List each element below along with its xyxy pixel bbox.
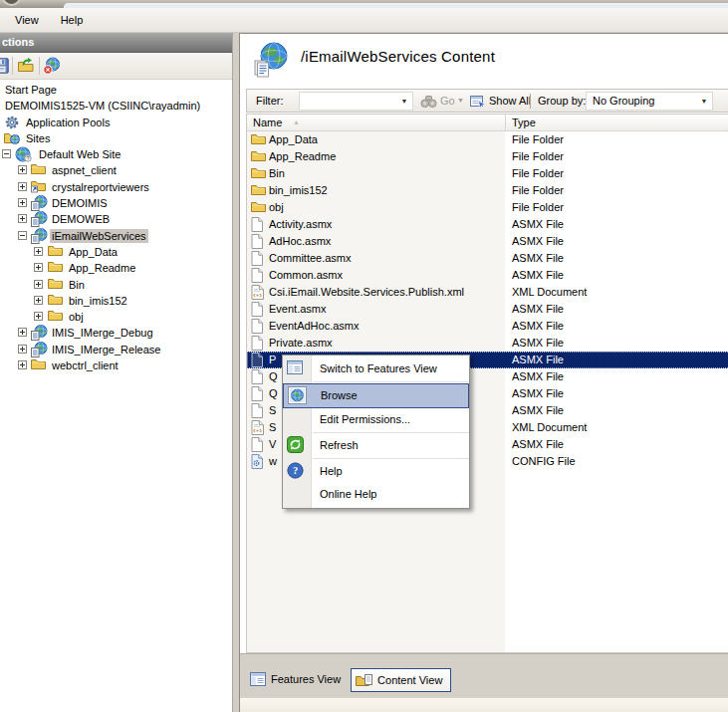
browse-globe-icon — [288, 386, 307, 404]
expand-icon[interactable] — [18, 165, 27, 174]
save-icon[interactable] — [0, 58, 9, 74]
menu-item-label: Switch to Features View — [320, 362, 437, 374]
tree-item-app-readme[interactable]: App_Readme — [0, 260, 232, 276]
table-row[interactable]: EventAdHoc.asmxASMX File — [247, 318, 728, 335]
expand-icon[interactable] — [18, 360, 27, 369]
menu-item-help[interactable]: ?Help — [283, 460, 469, 483]
go-options-chevron-icon[interactable]: ▼ — [457, 97, 464, 104]
expand-icon[interactable] — [18, 198, 27, 207]
panel-splitter[interactable] — [232, 33, 239, 712]
column-header-type[interactable]: Type — [512, 117, 536, 128]
table-row[interactable]: Private.asmxASMX File — [247, 335, 728, 352]
collapse-icon[interactable] — [18, 231, 27, 240]
folder-icon — [48, 277, 65, 293]
file-name: bin_imis152 — [269, 184, 328, 196]
tree-item-demoimis1525-vm-csiinc-rayadmin[interactable]: DEMOIMIS1525-VM (CSIINC\rayadmin) — [0, 98, 232, 114]
collapse-icon[interactable] — [2, 149, 11, 158]
content-view-icon — [356, 672, 373, 688]
back-button-icon[interactable] — [2, 0, 21, 6]
show-all-button[interactable]: Show All — [489, 95, 531, 107]
table-row[interactable]: Csi.iEmail.Website.Services.Publish.xmlX… — [247, 284, 728, 301]
column-header-name[interactable]: Name — [253, 117, 282, 128]
table-row[interactable]: App_DataFile Folder — [247, 131, 728, 148]
menu-item-refresh[interactable]: Refresh — [283, 434, 469, 457]
page-icon — [251, 403, 263, 418]
tree-item-imis-imerge-debug[interactable]: IMIS_IMerge_Debug — [0, 325, 232, 341]
config-icon — [251, 454, 263, 469]
table-row[interactable]: objFile Folder — [247, 199, 728, 216]
file-type: ASMX File — [512, 269, 564, 281]
page-icon — [251, 234, 263, 249]
menu-item-edit-permissions[interactable]: Edit Permissions... — [283, 408, 469, 431]
menu-item-browse[interactable]: Browse — [283, 383, 469, 408]
chevron-down-icon[interactable]: ▼ — [697, 94, 711, 109]
expand-icon[interactable] — [34, 280, 43, 289]
expand-icon[interactable] — [34, 263, 43, 272]
tab-content-view[interactable]: Content View — [351, 668, 451, 692]
expand-icon[interactable] — [18, 182, 27, 191]
menu-item-switch-to-features-view[interactable]: Switch to Features View — [283, 357, 469, 380]
disconnect-icon[interactable] — [43, 57, 62, 75]
file-name: obj — [269, 201, 284, 213]
menu-item-label: Edit Permissions... — [320, 413, 410, 425]
go-button[interactable]: Go — [440, 95, 455, 107]
chevron-down-icon[interactable]: ▼ — [397, 94, 411, 109]
create-connection-icon[interactable] — [17, 57, 35, 74]
show-all-icon[interactable] — [470, 94, 487, 110]
tree-item-start-page[interactable]: Start Page — [0, 82, 232, 98]
file-name: Bin — [269, 167, 285, 179]
table-row[interactable]: Committee.asmxASMX File — [247, 250, 728, 267]
go-search-icon[interactable] — [420, 94, 437, 109]
menu-item-online-help[interactable]: Online Help — [283, 483, 469, 506]
page-title: /iEmailWebServices Content — [301, 48, 495, 65]
connections-toolbar — [0, 53, 232, 80]
menu-help[interactable]: Help — [50, 8, 95, 32]
tree-item-label: DEMOWEB — [50, 212, 112, 226]
tree-item-crystalreportviewers[interactable]: crystalreportviewers — [0, 179, 232, 195]
tree-item-default-web-site[interactable]: ?Default Web Site — [0, 146, 232, 162]
toolbar-separator — [39, 57, 40, 75]
tree-item-obj[interactable]: obj — [0, 309, 232, 325]
table-row[interactable]: Activity.asmxASMX File — [247, 216, 728, 233]
tree-item-webctrl-client[interactable]: webctrl_client — [0, 357, 232, 373]
tree-item-bin[interactable]: Bin — [0, 277, 232, 293]
tree-item-demoweb[interactable]: DEMOWEB — [0, 211, 232, 227]
table-row[interactable]: AdHoc.asmxASMX File — [247, 233, 728, 250]
expand-icon[interactable] — [18, 214, 27, 223]
expand-icon[interactable] — [34, 312, 43, 321]
filter-combobox[interactable]: ▼ — [299, 92, 413, 111]
menu-bar: ViewHelp — [0, 8, 728, 33]
expand-icon[interactable] — [18, 328, 27, 337]
menu-view[interactable]: View — [4, 8, 50, 32]
expand-icon[interactable] — [34, 247, 43, 256]
table-row[interactable]: Event.asmxASMX File — [247, 301, 728, 318]
file-type: CONFIG File — [512, 455, 576, 467]
tree-item-sites[interactable]: Sites — [0, 130, 232, 146]
page-icon — [251, 369, 263, 384]
sort-ascending-icon: ▲ — [293, 119, 300, 125]
file-name: Event.asmx — [269, 303, 326, 315]
expand-icon[interactable] — [18, 345, 27, 354]
file-type: File Folder — [512, 184, 564, 196]
tree-item-bin-imis152[interactable]: bin_imis152 — [0, 293, 232, 309]
app-icon — [31, 342, 48, 357]
table-row[interactable]: App_ReadmeFile Folder — [247, 148, 728, 165]
column-divider[interactable] — [505, 115, 506, 131]
tree-item-aspnet-client[interactable]: aspnet_client — [0, 162, 232, 178]
tree-item-application-pools[interactable]: Application Pools — [0, 115, 232, 130]
tree-item-demoimis[interactable]: DEMOIMIS — [0, 195, 232, 211]
tab-label: Features View — [271, 673, 341, 685]
file-type: ASMX File — [512, 387, 564, 399]
site-icon — [251, 41, 291, 81]
table-row[interactable]: bin_imis152File Folder — [247, 182, 728, 199]
tree-item-app-data[interactable]: App_Data — [0, 244, 232, 260]
table-row[interactable]: BinFile Folder — [247, 165, 728, 182]
group-by-combobox[interactable]: No Grouping ▼ — [586, 92, 713, 111]
expand-icon[interactable] — [34, 296, 43, 305]
table-row[interactable]: Common.asmxASMX File — [247, 267, 728, 284]
tree-item-iemailwebservices[interactable]: iEmailWebServices — [0, 228, 232, 244]
tree-item-imis-imerge-release[interactable]: IMIS_IMerge_Release — [0, 342, 232, 357]
window-chrome-sliver — [0, 0, 728, 8]
tab-features-view[interactable]: Features View — [248, 668, 347, 690]
filter-input[interactable] — [302, 94, 395, 109]
